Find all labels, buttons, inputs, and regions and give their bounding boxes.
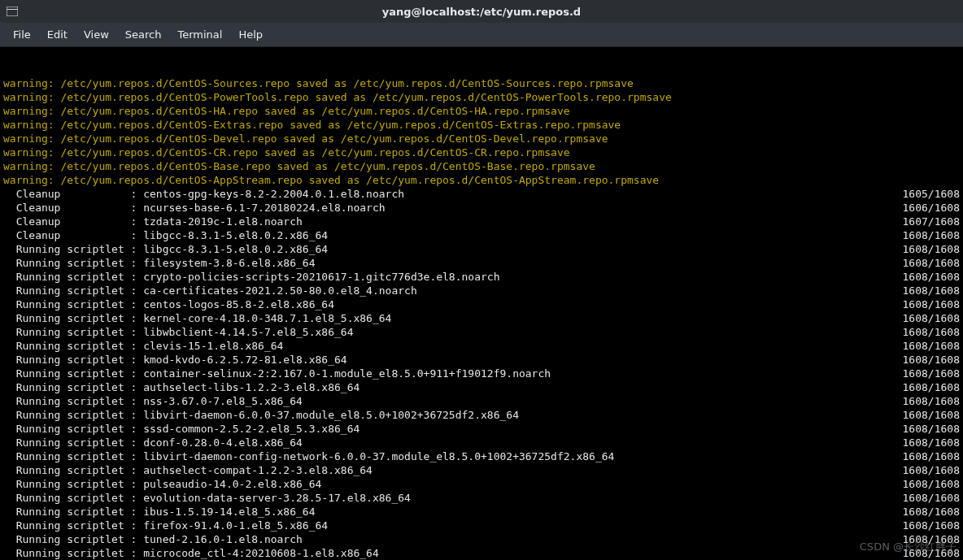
- row-left: Running scriptlet : container-selinux-2:…: [3, 367, 551, 380]
- row-count: 1608/1608: [903, 519, 960, 532]
- terminal-row: Running scriptlet : libwbclient-4.14.5-7…: [3, 325, 960, 339]
- row-left: Running scriptlet : authselect-libs-1.2.…: [3, 380, 359, 394]
- terminal-line: warning: /etc/yum.repos.d/CentOS-Sources…: [3, 76, 960, 90]
- row-left: Running scriptlet : kmod-kvdo-6.2.5.72-8…: [3, 353, 347, 367]
- terminal-row: Cleanup : ncurses-base-6.1-7.20180224.el…: [3, 201, 960, 215]
- row-count: 1608/1608: [903, 339, 960, 353]
- terminal-row: Running scriptlet : authselect-compat-1.…: [3, 463, 960, 477]
- menu-file[interactable]: File: [5, 25, 39, 44]
- row-left: Running scriptlet : dconf-0.28.0-4.el8.x…: [3, 436, 303, 449]
- row-count: 1608/1608: [903, 367, 960, 380]
- row-left: Running scriptlet : ca-certificates-2021…: [3, 284, 417, 297]
- terminal-row: Running scriptlet : crypto-policies-scri…: [3, 270, 960, 284]
- row-left: Running scriptlet : sssd-common-2.5.2-2.…: [3, 422, 359, 436]
- terminal-line: warning: /etc/yum.repos.d/CentOS-Extras.…: [3, 118, 960, 132]
- row-left: Running scriptlet : libwbclient-4.14.5-7…: [3, 325, 353, 339]
- row-count: 1608/1608: [903, 408, 960, 422]
- menubar: File Edit View Search Terminal Help: [0, 23, 963, 47]
- row-count: 1608/1608: [903, 297, 960, 311]
- terminal-row: Running scriptlet : centos-logos-85.8-2.…: [3, 297, 960, 311]
- terminal-row: Running scriptlet : clevis-15-1.el8.x86_…: [3, 339, 960, 353]
- row-count: 1608/1608: [903, 463, 960, 477]
- terminal-line: warning: /etc/yum.repos.d/CentOS-PowerTo…: [3, 90, 960, 104]
- terminal-row: Running scriptlet : tuned-2.16.0-1.el8.n…: [3, 532, 960, 546]
- row-left: Running scriptlet : libgcc-8.3.1-5.el8.0…: [3, 242, 328, 256]
- terminal-row: Running scriptlet : nss-3.67.0-7.el8_5.x…: [3, 394, 960, 408]
- menu-view[interactable]: View: [76, 25, 117, 44]
- terminal-row: Running scriptlet : libvirt-daemon-confi…: [3, 449, 960, 463]
- menu-help[interactable]: Help: [230, 25, 271, 44]
- row-count: 1607/1608: [903, 215, 960, 228]
- terminal-row: Running scriptlet : kmod-kvdo-6.2.5.72-8…: [3, 353, 960, 367]
- row-left: Cleanup : centos-gpg-keys-8.2-2.2004.0.1…: [3, 187, 404, 201]
- row-count: 1608/1608: [903, 256, 960, 270]
- row-count: 1608/1608: [903, 380, 960, 394]
- terminal-line: warning: /etc/yum.repos.d/CentOS-CR.repo…: [3, 145, 960, 159]
- terminal-row: Cleanup : centos-gpg-keys-8.2-2.2004.0.1…: [3, 187, 960, 201]
- terminal-row: Running scriptlet : ibus-1.5.19-14.el8_5…: [3, 505, 960, 519]
- row-count: 1608/1608: [903, 325, 960, 339]
- row-left: Running scriptlet : centos-logos-85.8-2.…: [3, 297, 334, 311]
- row-left: Running scriptlet : crypto-policies-scri…: [3, 270, 499, 284]
- row-count: 1608/1608: [903, 284, 960, 297]
- terminal-line: warning: /etc/yum.repos.d/CentOS-HA.repo…: [3, 104, 960, 118]
- window-title: yang@localhost:/etc/yum.repos.d: [0, 6, 963, 18]
- row-count: 1608/1608: [903, 394, 960, 408]
- row-count: 1608/1608: [903, 353, 960, 367]
- row-left: Running scriptlet : libvirt-daemon-6.0.0…: [3, 408, 519, 422]
- row-left: Running scriptlet : microcode_ctl-4:2021…: [3, 546, 379, 560]
- row-count: 1608/1608: [903, 436, 960, 449]
- row-left: Running scriptlet : kernel-core-4.18.0-3…: [3, 311, 391, 325]
- terminal-row: Running scriptlet : pulseaudio-14.0-2.el…: [3, 477, 960, 491]
- terminal-row: Running scriptlet : filesystem-3.8-6.el8…: [3, 256, 960, 270]
- terminal-row: Cleanup : libgcc-8.3.1-5.el8.0.2.x86_641…: [3, 228, 960, 242]
- row-count: 1608/1608: [903, 505, 960, 519]
- terminal-row: Running scriptlet : kernel-core-4.18.0-3…: [3, 311, 960, 325]
- row-count: 1608/1608: [903, 477, 960, 491]
- terminal-row: Running scriptlet : libvirt-daemon-6.0.0…: [3, 408, 960, 422]
- svg-rect-0: [7, 7, 18, 16]
- row-left: Running scriptlet : tuned-2.16.0-1.el8.n…: [3, 532, 303, 546]
- row-count: 1608/1608: [903, 422, 960, 436]
- terminal-line: warning: /etc/yum.repos.d/CentOS-Devel.r…: [3, 132, 960, 145]
- terminal-row: Running scriptlet : firefox-91.4.0-1.el8…: [3, 519, 960, 532]
- terminal-row: Running scriptlet : ca-certificates-2021…: [3, 284, 960, 297]
- row-left: Running scriptlet : nss-3.67.0-7.el8_5.x…: [3, 394, 303, 408]
- row-count: 1608/1608: [903, 449, 960, 463]
- row-left: Cleanup : ncurses-base-6.1-7.20180224.el…: [3, 201, 386, 215]
- app-menu-icon[interactable]: [7, 6, 18, 17]
- row-count: 1608/1608: [903, 311, 960, 325]
- terminal-row: Running scriptlet : sssd-common-2.5.2-2.…: [3, 422, 960, 436]
- row-count: 1608/1608: [903, 228, 960, 242]
- row-left: Running scriptlet : firefox-91.4.0-1.el8…: [3, 519, 328, 532]
- row-count: 1606/1608: [903, 201, 960, 215]
- terminal-line: warning: /etc/yum.repos.d/CentOS-AppStre…: [3, 173, 960, 187]
- row-left: Running scriptlet : libvirt-daemon-confi…: [3, 449, 614, 463]
- titlebar[interactable]: yang@localhost:/etc/yum.repos.d: [0, 0, 963, 23]
- row-left: Running scriptlet : evolution-data-serve…: [3, 491, 411, 505]
- menu-edit[interactable]: Edit: [39, 25, 76, 44]
- row-left: Running scriptlet : pulseaudio-14.0-2.el…: [3, 477, 321, 491]
- terminal-viewport[interactable]: warning: /etc/yum.repos.d/CentOS-Sources…: [0, 47, 963, 560]
- row-left: Cleanup : tzdata-2019c-1.el8.noarch: [3, 215, 303, 228]
- terminal-row: Running scriptlet : microcode_ctl-4:2021…: [3, 546, 960, 560]
- terminal-row: Cleanup : tzdata-2019c-1.el8.noarch1607/…: [3, 215, 960, 228]
- terminal-row: Running scriptlet : dconf-0.28.0-4.el8.x…: [3, 436, 960, 449]
- row-left: Running scriptlet : clevis-15-1.el8.x86_…: [3, 339, 283, 353]
- terminal-row: Running scriptlet : container-selinux-2:…: [3, 367, 960, 380]
- row-count: 1605/1608: [903, 187, 960, 201]
- row-count: 1608/1608: [903, 270, 960, 284]
- row-left: Running scriptlet : filesystem-3.8-6.el8…: [3, 256, 316, 270]
- row-count: 1608/1608: [903, 491, 960, 505]
- terminal-row: Running scriptlet : libgcc-8.3.1-5.el8.0…: [3, 242, 960, 256]
- row-left: Cleanup : libgcc-8.3.1-5.el8.0.2.x86_64: [3, 228, 328, 242]
- terminal-row: Running scriptlet : authselect-libs-1.2.…: [3, 380, 960, 394]
- terminal-row: Running scriptlet : evolution-data-serve…: [3, 491, 960, 505]
- menu-search[interactable]: Search: [117, 25, 170, 44]
- row-left: Running scriptlet : authselect-compat-1.…: [3, 463, 373, 477]
- menu-terminal[interactable]: Terminal: [169, 25, 230, 44]
- terminal-line: warning: /etc/yum.repos.d/CentOS-Base.re…: [3, 159, 960, 173]
- watermark: CSDN @长沙红胖子: [860, 540, 956, 553]
- row-count: 1608/1608: [903, 242, 960, 256]
- row-left: Running scriptlet : ibus-1.5.19-14.el8_5…: [3, 505, 316, 519]
